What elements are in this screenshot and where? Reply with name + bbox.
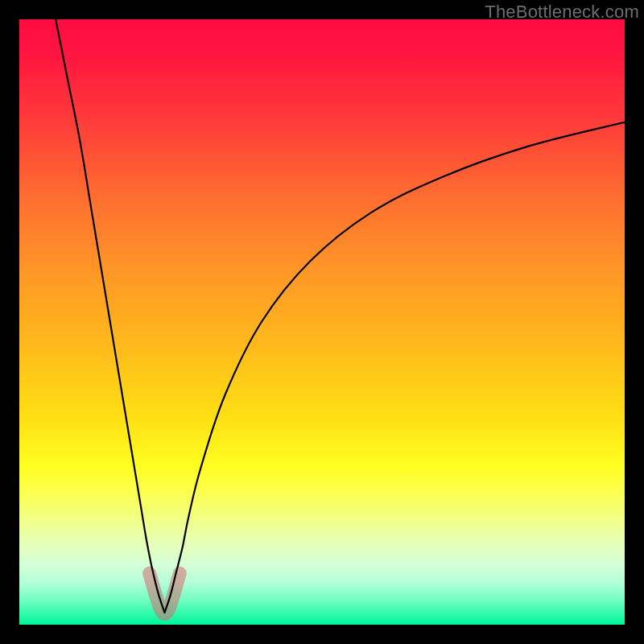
curve-left-arm	[56, 19, 164, 613]
plot-frame	[19, 19, 625, 625]
chart-svg	[19, 19, 625, 625]
curve-right-arm	[164, 122, 625, 613]
watermark-text: TheBottleneck.com	[485, 2, 639, 23]
